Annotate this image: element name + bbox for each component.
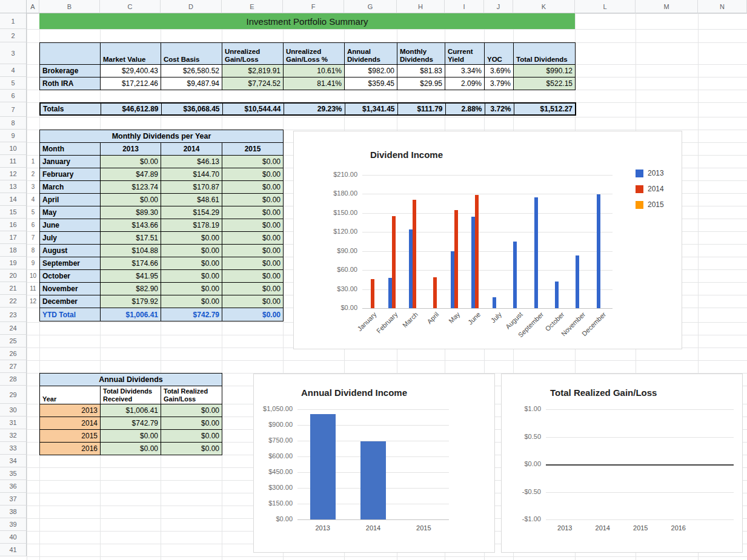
column-header-I[interactable]: I: [445, 0, 484, 13]
totals-cell[interactable]: $1,512.27: [514, 103, 576, 115]
month-value-cell[interactable]: $0.00: [101, 156, 161, 168]
month-label-cell[interactable]: January: [40, 156, 101, 168]
year-column-header[interactable]: 2015: [222, 143, 284, 156]
column-header-M[interactable]: M: [636, 0, 698, 13]
summary-header-cell[interactable]: Market Value: [101, 43, 161, 65]
month-value-cell[interactable]: $104.88: [101, 245, 161, 257]
month-value-cell[interactable]: $0.00: [222, 283, 284, 295]
column-header-C[interactable]: C: [100, 0, 161, 13]
column-header-E[interactable]: E: [222, 0, 283, 13]
row-header-39[interactable]: 39: [0, 518, 27, 531]
summary-cell[interactable]: $17,212.46: [101, 77, 161, 90]
month-value-cell[interactable]: $0.00: [161, 295, 222, 308]
summary-cell[interactable]: 3.69%: [485, 65, 514, 77]
annual-value-cell[interactable]: $0.00: [101, 443, 161, 455]
month-label-cell[interactable]: July: [40, 232, 101, 245]
summary-header-cell[interactable]: Unrealized Gain/Loss: [222, 43, 284, 65]
column-header-N[interactable]: N: [698, 0, 747, 13]
summary-header-cell[interactable]: Unrealized Gain/Loss %: [284, 43, 345, 65]
annual-value-cell[interactable]: $0.00: [161, 417, 222, 430]
totals-cell[interactable]: $10,544.44: [222, 103, 284, 115]
month-label-cell[interactable]: May: [40, 206, 101, 219]
month-value-cell[interactable]: $89.30: [101, 206, 161, 219]
summary-header-cell[interactable]: Cost Basis: [161, 43, 222, 65]
column-a-cell[interactable]: 12: [27, 295, 39, 308]
column-header-K[interactable]: K: [513, 0, 575, 13]
totals-cell[interactable]: $1,341.45: [345, 103, 397, 115]
row-header-21[interactable]: 21: [0, 282, 27, 295]
summary-cell[interactable]: $26,580.52: [161, 65, 222, 77]
month-value-cell[interactable]: $82.90: [101, 283, 161, 295]
month-value-cell[interactable]: $123.74: [101, 181, 161, 194]
row-header-30[interactable]: 30: [0, 404, 27, 417]
summary-cell[interactable]: $7,724.52: [222, 77, 284, 90]
month-label-cell[interactable]: November: [40, 283, 101, 295]
month-label-cell[interactable]: August: [40, 245, 101, 257]
month-value-cell[interactable]: $0.00: [222, 194, 284, 206]
annual-value-cell[interactable]: $742.79: [101, 417, 161, 430]
summary-row-label[interactable]: Roth IRA: [40, 77, 101, 90]
row-header-19[interactable]: 19: [0, 257, 27, 269]
month-value-cell[interactable]: $0.00: [161, 270, 222, 283]
month-value-cell[interactable]: $0.00: [222, 232, 284, 245]
row-header-41[interactable]: 41: [0, 544, 27, 556]
row-header-9[interactable]: 9: [0, 130, 27, 142]
row-header-24[interactable]: 24: [0, 322, 27, 335]
month-column-header[interactable]: Month: [40, 143, 101, 156]
row-header-16[interactable]: 16: [0, 219, 27, 231]
row-header-3[interactable]: 3: [0, 42, 27, 64]
summary-cell[interactable]: 3.79%: [485, 77, 514, 90]
row-header-34[interactable]: 34: [0, 455, 27, 467]
row-header-4[interactable]: 4: [0, 64, 27, 77]
column-a-cell[interactable]: 6: [27, 219, 39, 231]
row-header-27[interactable]: 27: [0, 360, 27, 373]
dividend-income-chart[interactable]: Dividend Income $210.00$180.00$150.00$12…: [293, 131, 682, 349]
month-value-cell[interactable]: $143.66: [101, 219, 161, 232]
annual-dividend-income-chart[interactable]: Annual Dividend Income $1,050.00$900.00$…: [253, 374, 495, 553]
column-a-cell[interactable]: 5: [27, 206, 39, 219]
month-value-cell[interactable]: $41.95: [101, 270, 161, 283]
month-value-cell[interactable]: $0.00: [101, 194, 161, 206]
column-a-cell[interactable]: 7: [27, 231, 39, 244]
month-value-cell[interactable]: $154.29: [161, 206, 222, 219]
totals-cell[interactable]: $36,068.45: [161, 103, 222, 115]
row-header-13[interactable]: 13: [0, 180, 27, 193]
month-label-cell[interactable]: February: [40, 168, 101, 181]
row-header-6[interactable]: 6: [0, 90, 27, 102]
row-header-33[interactable]: 33: [0, 442, 27, 455]
summary-cell[interactable]: $2,819.91: [222, 65, 284, 77]
month-value-cell[interactable]: $46.13: [161, 156, 222, 168]
summary-header-cell[interactable]: [40, 43, 101, 65]
row-header-2[interactable]: 2: [0, 29, 27, 42]
year-cell[interactable]: 2016: [40, 443, 101, 455]
month-value-cell[interactable]: $0.00: [161, 283, 222, 295]
column-a-cell[interactable]: 10: [27, 269, 39, 282]
year-cell[interactable]: 2013: [40, 404, 101, 417]
ytd-cell[interactable]: $742.79: [161, 308, 222, 321]
summary-cell[interactable]: $29,400.43: [101, 65, 161, 77]
total-realized-gain-loss-chart[interactable]: Total Realized Gain/Loss $1.00$0.50$0.00…: [501, 374, 743, 553]
ytd-label[interactable]: YTD Total: [40, 308, 101, 321]
totals-cell[interactable]: $46,612.89: [101, 103, 161, 115]
row-header-36[interactable]: 36: [0, 480, 27, 493]
month-value-cell[interactable]: $0.00: [222, 181, 284, 194]
summary-cell[interactable]: 2.09%: [445, 77, 485, 90]
summary-cell[interactable]: $990.12: [514, 65, 576, 77]
row-header-10[interactable]: 10: [0, 142, 27, 155]
row-header-26[interactable]: 26: [0, 348, 27, 360]
row-header-22[interactable]: 22: [0, 295, 27, 308]
month-label-cell[interactable]: April: [40, 194, 101, 206]
month-value-cell[interactable]: $17.51: [101, 232, 161, 245]
summary-cell[interactable]: $81.83: [397, 65, 445, 77]
row-header-12[interactable]: 12: [0, 168, 27, 180]
column-a-cell[interactable]: 3: [27, 180, 39, 193]
month-value-cell[interactable]: $0.00: [222, 219, 284, 232]
summary-header-cell[interactable]: Annual Dividends: [345, 43, 397, 65]
column-a-cell[interactable]: 1: [27, 155, 39, 168]
row-header-7[interactable]: 7: [0, 102, 27, 117]
summary-cell[interactable]: 81.41%: [284, 77, 345, 90]
month-label-cell[interactable]: December: [40, 295, 101, 308]
totals-cell[interactable]: 3.72%: [485, 103, 514, 115]
year-column-header[interactable]: 2013: [101, 143, 161, 156]
column-header-F[interactable]: F: [283, 0, 344, 13]
